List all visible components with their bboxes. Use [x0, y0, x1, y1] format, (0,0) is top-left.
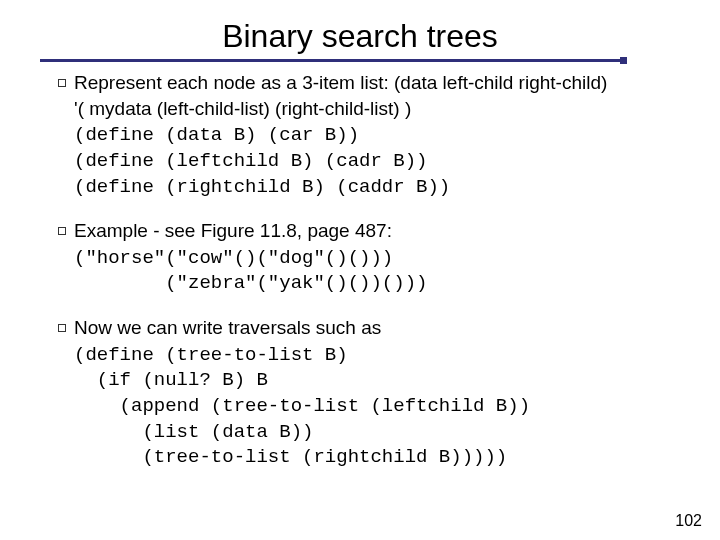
item-text-line: Represent each node as a 3-item list: (d… [74, 70, 680, 96]
code-block: (define (tree-to-list B) (if (null? B) B… [74, 343, 680, 471]
list-item: Example - see Figure 11.8, page 487: ("h… [58, 218, 680, 297]
page-number: 102 [675, 512, 702, 530]
item-text-line: '( mydata (left-child-list) (right-child… [74, 96, 680, 122]
list-item: Now we can write traversals such as (def… [58, 315, 680, 471]
item-text-line: Now we can write traversals such as [74, 315, 680, 341]
slide: Binary search trees Represent each node … [0, 0, 720, 540]
code-block: (define (data B) (car B)) (define (leftc… [74, 123, 680, 200]
title-underline [40, 59, 620, 62]
list-item: Represent each node as a 3-item list: (d… [58, 70, 680, 200]
slide-title: Binary search trees [40, 18, 680, 55]
bullet-list: Represent each node as a 3-item list: (d… [40, 70, 680, 471]
item-text-line: Example - see Figure 11.8, page 487: [74, 218, 680, 244]
code-block: ("horse"("cow"()("dog"()())) ("zebra"("y… [74, 246, 680, 297]
